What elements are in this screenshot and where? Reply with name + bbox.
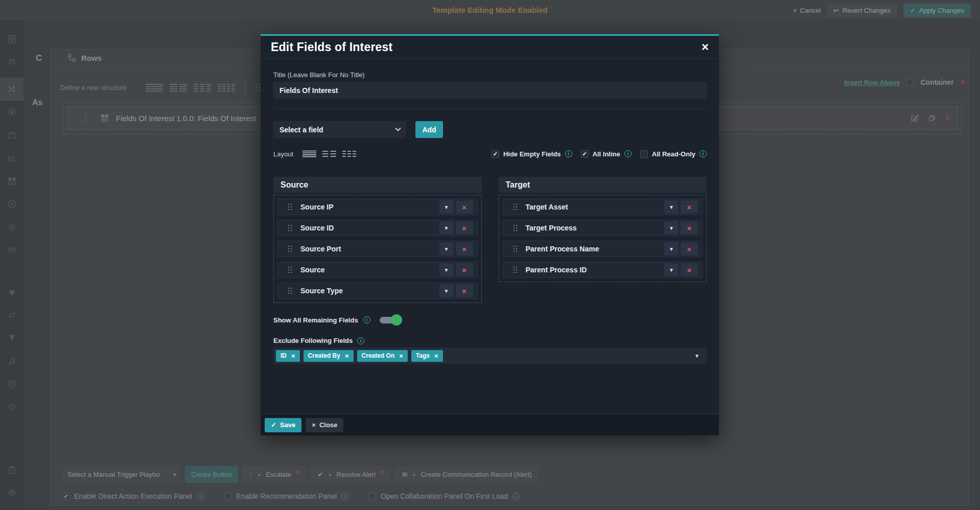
sidebar-item-cases[interactable] (0, 124, 24, 147)
sidebar-item-assets[interactable] (0, 193, 24, 216)
drag-handle-icon[interactable] (514, 225, 518, 231)
checkbox-checked[interactable]: ✓ (492, 150, 499, 158)
layout-2col-icon[interactable] (322, 150, 336, 157)
sidebar-item-reports[interactable] (0, 147, 24, 170)
drag-handle-icon[interactable] (288, 288, 292, 294)
field-row[interactable]: Source Port▼× (277, 241, 478, 257)
sidebar-item-widgets[interactable] (0, 170, 24, 193)
sidebar-item-integrations[interactable] (0, 304, 24, 327)
sidebar-item-workflow[interactable] (0, 78, 24, 101)
drag-handle-icon[interactable] (288, 246, 292, 252)
checkbox[interactable] (224, 493, 231, 500)
info-icon[interactable]: i (357, 337, 364, 344)
delete-row-icon[interactable]: × (945, 114, 949, 122)
info-icon[interactable]: i (699, 150, 707, 157)
show-all-toggle[interactable] (380, 314, 402, 326)
remove-tag-icon[interactable]: × (399, 352, 403, 360)
escalate-action[interactable]: ↑▲Escalate× (242, 466, 307, 483)
revert-changes-button[interactable]: ↩Revert Changes (827, 4, 897, 17)
add-button[interactable]: Add (415, 121, 443, 138)
remove-icon[interactable]: × (380, 469, 383, 475)
drag-handle-icon[interactable] (514, 204, 518, 211)
field-row[interactable]: Source▼× (277, 262, 478, 278)
remove-field-button[interactable]: × (456, 284, 473, 297)
create-button[interactable]: Create Button (185, 466, 238, 483)
info-icon[interactable]: i (565, 150, 572, 157)
field-row[interactable]: Source ID▼× (277, 220, 478, 236)
sidebar-item-mentions[interactable] (0, 481, 24, 504)
sidebar-item-settings[interactable] (0, 216, 24, 239)
title-input[interactable] (273, 82, 707, 99)
field-dropdown-button[interactable]: ▼ (439, 284, 454, 297)
sidebar-item-dashboard[interactable] (0, 28, 24, 51)
field-dropdown-button[interactable]: ▼ (439, 221, 454, 235)
drag-handle-icon[interactable]: ⋮ (82, 113, 88, 123)
field-dropdown-button[interactable]: ▼ (439, 200, 454, 214)
field-select[interactable]: Select a field (273, 121, 406, 138)
exclude-fields-input[interactable]: ID× Created By× Created On× Tags× ▼ (273, 347, 707, 364)
checkbox-checked[interactable]: ✓ (581, 150, 589, 158)
info-icon[interactable]: i (624, 150, 632, 157)
layout-3col-icon[interactable] (342, 150, 356, 157)
create-communication-record-action[interactable]: ✉▲Create Communication Record (Alert) (395, 466, 539, 483)
layout-2col-icon[interactable] (170, 83, 187, 91)
field-row[interactable]: Source Type▼× (277, 283, 478, 299)
remove-field-button[interactable]: × (456, 263, 473, 276)
caret-down-icon[interactable]: ▼ (694, 353, 699, 359)
sidebar-item-health[interactable] (0, 396, 24, 419)
field-row[interactable]: Source IP▼× (277, 199, 478, 215)
remove-field-button[interactable]: × (681, 263, 698, 276)
sidebar-item-automation[interactable] (0, 101, 24, 124)
field-dropdown-button[interactable]: ▼ (664, 200, 679, 214)
remove-row-icon[interactable]: × (961, 78, 965, 86)
drag-handle-icon[interactable] (514, 246, 518, 252)
drag-handle-icon[interactable] (514, 267, 518, 273)
sidebar-item-filters[interactable] (0, 327, 24, 350)
field-row[interactable]: Parent Process ID▼× (503, 262, 703, 278)
sidebar-item-tasks[interactable] (0, 458, 24, 481)
field-row[interactable]: Target Asset▼× (503, 199, 703, 215)
field-dropdown-button[interactable]: ▼ (664, 221, 679, 235)
remove-field-button[interactable]: × (456, 221, 473, 235)
drag-handle-icon[interactable] (288, 225, 292, 231)
sidebar-item-favorites[interactable] (0, 281, 24, 304)
sidebar-item-security[interactable] (0, 373, 24, 396)
insert-row-above-link[interactable]: Insert Row Above (844, 79, 900, 86)
layout-4col-icon[interactable] (218, 83, 235, 91)
field-row[interactable]: Parent Process Name▼× (503, 241, 703, 257)
sidebar-item-people[interactable] (0, 239, 24, 262)
remove-tag-icon[interactable]: × (345, 352, 349, 360)
layout-1col-icon[interactable] (302, 150, 316, 157)
info-icon[interactable]: i (341, 493, 348, 500)
layout-3col-icon[interactable] (194, 83, 211, 91)
info-icon[interactable]: i (512, 493, 520, 500)
container-checkbox[interactable] (906, 79, 914, 86)
field-dropdown-button[interactable]: ▼ (439, 242, 454, 256)
field-dropdown-button[interactable]: ▼ (664, 242, 679, 256)
copy-icon[interactable] (928, 114, 936, 122)
remove-field-button[interactable]: × (681, 242, 698, 256)
save-button[interactable]: ✓Save (265, 418, 301, 432)
remove-field-button[interactable]: × (456, 200, 473, 214)
checkbox-checked[interactable]: ✓ (62, 493, 69, 500)
close-button[interactable]: ×Close (306, 418, 343, 432)
modal-close-icon[interactable]: × (702, 41, 709, 53)
remove-tag-icon[interactable]: × (434, 352, 438, 360)
remove-field-button[interactable]: × (681, 221, 698, 235)
drag-handle-icon[interactable] (288, 204, 292, 211)
cancel-button[interactable]: ×Cancel (793, 7, 821, 14)
field-dropdown-button[interactable]: ▼ (664, 263, 679, 276)
remove-icon[interactable]: × (296, 469, 299, 475)
remove-field-button[interactable]: × (456, 242, 473, 256)
info-icon[interactable]: i (363, 316, 370, 323)
layout-1col-icon[interactable] (146, 83, 163, 91)
checkbox[interactable] (640, 150, 648, 158)
apply-changes-button[interactable]: ✓Apply Changes (903, 4, 971, 17)
remove-field-button[interactable]: × (681, 200, 698, 214)
resolve-alert-action[interactable]: ✔▲Resolve Alert× (311, 466, 391, 483)
field-row[interactable]: Target Process▼× (503, 220, 703, 236)
edit-icon[interactable] (911, 114, 919, 122)
field-dropdown-button[interactable]: ▼ (439, 263, 454, 276)
drag-handle-icon[interactable] (288, 267, 292, 273)
info-icon[interactable]: i (197, 493, 204, 500)
